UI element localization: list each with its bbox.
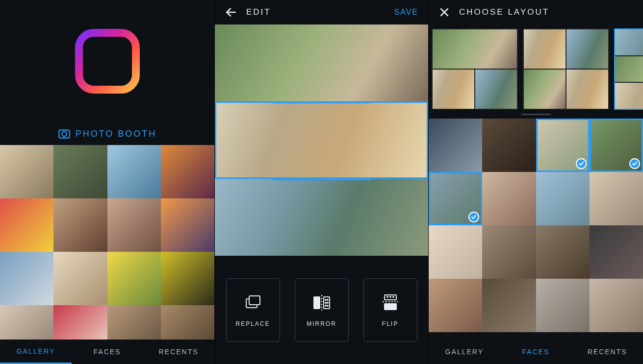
svg-point-11 [325,299,326,300]
gallery-thumb[interactable] [107,252,161,305]
gallery-thumb[interactable] [53,198,107,252]
flip-icon [381,293,400,313]
panel-choose-layout: CHOOSE LAYOUT GALLERY FACES RECENTS [429,0,643,364]
gallery-thumb[interactable] [161,145,214,198]
svg-rect-7 [249,296,260,305]
back-arrow-icon[interactable] [225,6,237,19]
faces-thumb[interactable] [482,225,536,279]
layout-title: CHOOSE LAYOUT [459,7,549,17]
faces-thumb[interactable] [482,279,536,332]
layout-options-strip[interactable] [429,24,643,114]
flip-button[interactable]: FLIP [363,278,417,342]
selected-check-icon [629,158,640,169]
svg-point-22 [393,296,394,297]
edit-header: EDIT SAVE [215,0,428,24]
faces-thumb[interactable] [590,225,643,279]
gallery-thumb[interactable] [0,305,53,340]
layout-header: CHOOSE LAYOUT [429,0,643,24]
panel-home: PHOTO BOOTH GALLERY FACES RECENTS [0,0,214,364]
gallery-thumb[interactable] [107,198,161,252]
layout-scroll-indicator [429,114,643,117]
selected-check-icon [576,158,587,169]
svg-rect-8 [314,297,320,309]
svg-rect-17 [385,304,396,310]
gallery-thumb[interactable] [161,198,214,252]
faces-thumb[interactable] [482,172,536,225]
mirror-label: MIRROR [307,320,336,327]
svg-point-16 [327,305,328,306]
faces-thumb[interactable] [429,172,482,225]
mirror-button[interactable]: MIRROR [295,278,349,342]
app-logo-area [0,0,214,122]
save-button[interactable]: SAVE [394,8,419,17]
layout-option[interactable] [523,28,609,110]
gallery-thumb[interactable] [107,305,161,340]
faces-thumb[interactable] [536,225,590,279]
camera-icon [58,127,71,140]
gallery-thumb[interactable] [0,145,53,198]
gallery-thumb[interactable] [161,305,214,340]
collage-strip[interactable] [215,101,428,178]
faces-thumb[interactable] [429,119,482,172]
faces-thumb[interactable] [536,172,590,225]
tab-gallery-3[interactable]: GALLERY [429,340,500,364]
gallery-thumb[interactable] [53,145,107,198]
svg-point-12 [327,299,328,300]
faces-thumb[interactable] [590,119,643,172]
collage-strip[interactable] [215,24,428,101]
photo-booth-label: PHOTO BOOTH [76,129,157,139]
tab-gallery[interactable]: GALLERY [0,340,72,364]
gallery-thumb[interactable] [53,252,107,305]
panel3-tabs: GALLERY FACES RECENTS [429,340,643,364]
faces-thumb[interactable] [429,279,482,332]
gallery-thumb[interactable] [53,305,107,340]
svg-point-4 [62,132,67,137]
tab-recents-3[interactable]: RECENTS [571,340,643,364]
tab-faces[interactable]: FACES [72,340,143,364]
svg-point-13 [325,302,326,303]
faces-thumb[interactable] [590,279,643,332]
gallery-thumb[interactable] [161,252,214,305]
layout-option[interactable] [432,28,518,110]
tab-faces-3[interactable]: FACES [500,340,572,364]
faces-thumb[interactable] [482,119,536,172]
collage-editor[interactable] [215,24,428,256]
close-icon[interactable] [438,6,450,18]
svg-point-21 [390,296,391,297]
photo-booth-button[interactable]: PHOTO BOOTH [0,122,214,145]
replace-icon [243,293,263,313]
selected-check-icon [468,212,479,222]
resize-handle-2[interactable] [273,178,371,180]
svg-point-15 [325,305,326,306]
faces-thumb[interactable] [590,172,643,225]
panel-edit: EDIT SAVE REPLACE MIRROR [214,0,429,364]
replace-button[interactable]: REPLACE [226,278,280,342]
faces-thumb[interactable] [536,119,590,172]
mirror-icon [312,293,332,313]
gallery-thumb[interactable] [0,198,53,252]
gallery-grid [0,145,214,340]
faces-grid [429,119,643,340]
svg-point-14 [327,302,328,303]
faces-thumb[interactable] [429,225,482,279]
layout-app-logo-icon [73,27,142,96]
collage-strip[interactable] [215,179,428,256]
panel1-tabs: GALLERY FACES RECENTS [0,340,214,364]
flip-label: FLIP [382,320,398,327]
svg-point-20 [387,296,388,297]
replace-label: REPLACE [235,320,270,327]
edit-title: EDIT [246,7,386,17]
gallery-thumb[interactable] [0,252,53,305]
edit-tools: REPLACE MIRROR FLIP [215,256,428,364]
resize-handle-1[interactable] [273,101,371,103]
layout-option[interactable] [614,28,643,110]
faces-thumb[interactable] [536,279,590,332]
tab-recents[interactable]: RECENTS [143,340,214,364]
gallery-thumb[interactable] [107,145,161,198]
